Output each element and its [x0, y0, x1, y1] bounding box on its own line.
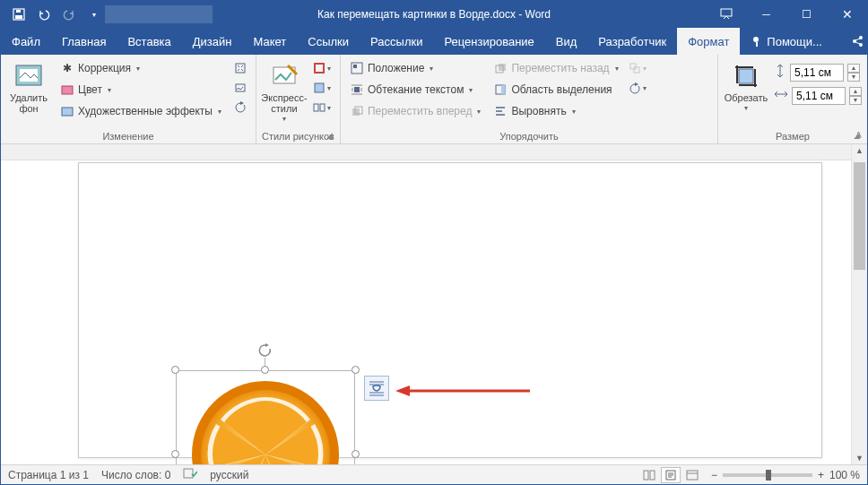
corrections-button[interactable]: ✱Коррекция [56, 58, 225, 78]
tab-file[interactable]: Файл [1, 28, 51, 55]
width-box: ▲▼ [774, 87, 862, 105]
width-input[interactable] [792, 87, 846, 105]
wrap-text-button[interactable]: Обтекание текстом [346, 80, 484, 100]
ribbon-options-icon[interactable] [706, 1, 746, 28]
rotate-icon[interactable] [628, 78, 647, 98]
picture-border-icon[interactable] [312, 58, 332, 78]
align-button[interactable]: Выровнять [490, 101, 621, 121]
word-count[interactable]: Число слов: 0 [101, 469, 170, 481]
svg-rect-13 [236, 64, 245, 73]
maximize-icon[interactable]: ☐ [786, 1, 827, 28]
align-icon [493, 104, 508, 118]
window-title: Как перемещать картинки в Ворде.docx - W… [317, 8, 551, 21]
minimize-icon[interactable]: ─ [746, 1, 786, 28]
svg-rect-36 [650, 471, 655, 480]
artistic-icon [60, 104, 74, 118]
height-down[interactable]: ▼ [847, 73, 860, 82]
position-icon [350, 61, 364, 75]
handle-w[interactable] [171, 450, 179, 458]
tab-review[interactable]: Рецензирование [433, 28, 544, 55]
svg-rect-21 [353, 65, 357, 68]
picture-layout-icon[interactable] [312, 98, 332, 117]
language-indicator[interactable]: русский [210, 469, 248, 481]
picture-selection[interactable] [176, 370, 355, 464]
page-indicator[interactable]: Страница 1 из 1 [8, 469, 89, 481]
scroll-thumb[interactable] [854, 162, 865, 270]
print-layout-icon[interactable] [661, 467, 681, 483]
crop-icon [732, 62, 760, 91]
collapse-ribbon-icon[interactable]: ᐱ [855, 130, 862, 140]
svg-rect-5 [756, 42, 758, 47]
window-controls: ─ ☐ ✕ [706, 1, 867, 28]
artistic-effects-button[interactable]: Художественные эффекты [56, 101, 225, 121]
handle-ne[interactable] [352, 366, 360, 374]
position-button[interactable]: Положение [346, 58, 484, 78]
group-arrange: Положение Обтекание текстом Переместить … [341, 55, 718, 143]
scroll-up-icon[interactable]: ▲ [852, 146, 867, 155]
tell-me-button[interactable]: Помощи... [740, 35, 833, 48]
width-down[interactable]: ▼ [849, 96, 862, 105]
web-layout-icon[interactable] [682, 467, 702, 483]
svg-rect-1 [15, 15, 22, 19]
height-icon [774, 64, 786, 82]
zoom-control: − + 100 % [711, 469, 860, 481]
selection-pane-button[interactable]: Область выделения [490, 80, 621, 100]
undo-icon[interactable] [33, 4, 55, 25]
height-input[interactable] [790, 64, 844, 82]
save-icon[interactable] [8, 4, 30, 25]
vertical-scrollbar[interactable]: ▲ ▼ [851, 144, 867, 464]
rotate-handle-icon[interactable] [258, 343, 273, 361]
tab-mailings[interactable]: Рассылки [360, 28, 433, 55]
tab-developer[interactable]: Разработчик [587, 28, 677, 55]
bring-forward-button[interactable]: Переместить вперед [346, 101, 484, 121]
picture-effects-icon[interactable] [312, 78, 332, 98]
svg-rect-34 [184, 469, 193, 478]
user-account-box[interactable] [105, 5, 213, 23]
color-button[interactable]: Цвет [56, 80, 225, 100]
crop-button[interactable]: Обрезать▾ [724, 58, 768, 113]
reset-picture-icon[interactable] [230, 98, 250, 117]
tab-insert[interactable]: Вставка [117, 28, 181, 55]
height-up[interactable]: ▲ [847, 64, 860, 73]
handle-nw[interactable] [171, 366, 179, 374]
group-objects-icon[interactable] [628, 58, 647, 78]
svg-rect-25 [499, 64, 506, 71]
wrap-icon [350, 82, 364, 97]
group-label-adjust: Изменение [6, 129, 250, 142]
orange-slice-image[interactable] [176, 370, 355, 464]
tab-layout[interactable]: Макет [242, 28, 297, 55]
close-icon[interactable]: ✕ [827, 1, 867, 28]
scroll-down-icon[interactable]: ▼ [852, 454, 867, 463]
express-styles-button[interactable]: Экспресс-стили▾ [262, 58, 307, 124]
tab-format[interactable]: Формат [677, 28, 740, 55]
color-icon [60, 82, 74, 97]
svg-rect-2 [16, 10, 21, 13]
svg-rect-28 [501, 85, 505, 94]
tab-view[interactable]: Вид [545, 28, 588, 55]
tab-references[interactable]: Ссылки [297, 28, 360, 55]
tab-design[interactable]: Дизайн [182, 28, 243, 55]
compress-pictures-icon[interactable] [230, 58, 250, 78]
remove-background-icon [14, 62, 43, 91]
zoom-slider[interactable] [723, 473, 812, 477]
share-button[interactable] [840, 35, 868, 48]
handle-n[interactable] [261, 366, 269, 374]
tab-home[interactable]: Главная [51, 28, 117, 55]
horizontal-ruler[interactable] [1, 144, 851, 160]
read-mode-icon[interactable] [639, 467, 659, 483]
change-picture-icon[interactable] [230, 78, 250, 98]
redo-icon[interactable] [58, 4, 80, 25]
qat-customize-icon[interactable]: ▾ [83, 4, 105, 25]
remove-background-button[interactable]: Удалить фон [6, 58, 51, 114]
width-up[interactable]: ▲ [849, 87, 862, 96]
status-bar: Страница 1 из 1 Число слов: 0 русский − … [1, 464, 867, 484]
zoom-in-button[interactable]: + [818, 469, 824, 481]
zoom-level[interactable]: 100 % [829, 469, 860, 481]
zoom-out-button[interactable]: − [711, 469, 717, 481]
spellcheck-icon[interactable] [183, 467, 197, 482]
svg-rect-35 [644, 471, 648, 480]
layout-options-button[interactable] [364, 376, 389, 401]
styles-launcher-icon[interactable]: ◢ [326, 131, 333, 140]
send-backward-button[interactable]: Переместить назад [490, 58, 621, 78]
handle-e[interactable] [352, 450, 360, 458]
